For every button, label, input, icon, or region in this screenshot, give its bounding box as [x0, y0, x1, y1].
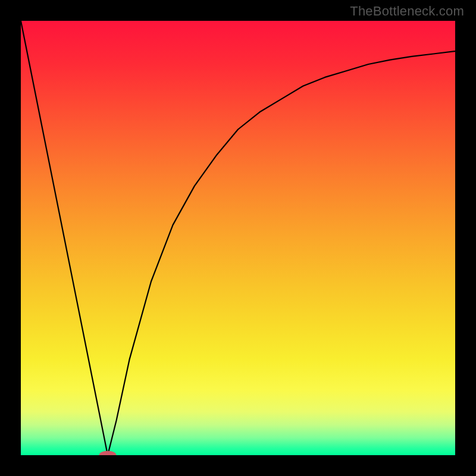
- plot-area: [21, 21, 455, 455]
- watermark-label: TheBottleneck.com: [350, 4, 464, 19]
- chart-svg: [21, 21, 455, 455]
- chart-background: [21, 21, 455, 455]
